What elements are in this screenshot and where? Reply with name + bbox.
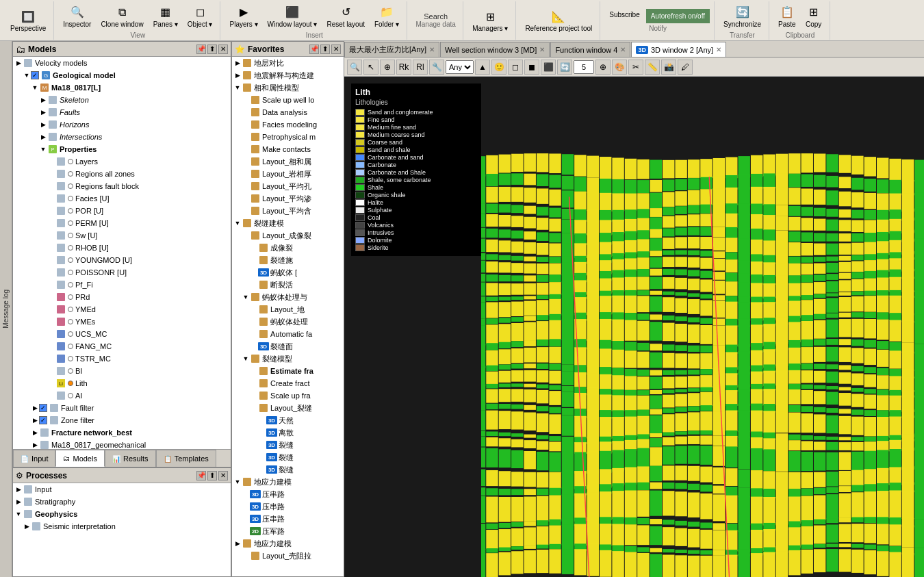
expand-youngmod[interactable] <box>47 256 55 264</box>
fav-expand-fav5-2[interactable] <box>250 318 258 326</box>
tree-item-horizons[interactable]: ▶Horizons <box>13 118 231 131</box>
tree-item-prd[interactable]: PRd <box>13 291 231 303</box>
expand-horizons[interactable]: ▶ <box>39 120 47 129</box>
fav-expand-fav6-2[interactable] <box>250 379 258 387</box>
expand-properties[interactable]: ▼ <box>39 145 47 153</box>
expand-tstr-mc[interactable] <box>47 355 55 363</box>
fav-expand-fav3-5[interactable] <box>242 145 250 153</box>
fav-expand-fav8-4[interactable] <box>242 527 250 535</box>
tree-item-seismic-interp[interactable]: ▶Seismic interpretation <box>13 520 231 533</box>
fav-item-fav8-3[interactable]: 3D压串路 <box>232 513 344 525</box>
fav-item-fav3-5[interactable]: Make contacts <box>232 143 344 155</box>
expand-seismic-interp[interactable]: ▶ <box>23 522 31 530</box>
expand-input[interactable]: ▶ <box>14 485 23 493</box>
expand-fault-filter[interactable]: ▶ <box>31 404 39 412</box>
fav-expand-fav3-6[interactable] <box>242 157 250 166</box>
fav-expand-fav4-3[interactable] <box>250 268 258 277</box>
fav-expand-fav4-2[interactable] <box>250 256 258 264</box>
tree-item-rhob[interactable]: RHOB [U] <box>13 242 231 254</box>
fav-item-fav4-3[interactable]: 3D蚂蚁体 [ <box>232 266 344 279</box>
tree-item-ma18[interactable]: ▼MMa18_0817[L] <box>13 81 231 94</box>
tree-item-lith[interactable]: LiLith <box>13 377 231 389</box>
view-tab-close-function-window[interactable]: ✕ <box>620 46 626 53</box>
ref-project-button[interactable]: 📐 Reference project tool <box>522 6 595 34</box>
tree-item-geophysics[interactable]: ▼Geophysics <box>13 508 231 520</box>
models-close-btn[interactable]: ✕ <box>218 44 228 54</box>
fav-item-fav3-2[interactable]: Data analysis <box>232 106 344 118</box>
view-btn-extra3[interactable]: ✂ <box>628 60 643 75</box>
expand-ymed[interactable] <box>47 305 55 313</box>
fav-expand-fav4-4[interactable] <box>250 281 258 289</box>
view-btn-face[interactable]: 🙂 <box>491 60 506 75</box>
tree-item-pf-fi[interactable]: Pf_Fi <box>13 279 231 291</box>
fav-item-fav8-2[interactable]: 3D压串路 <box>232 500 344 513</box>
view-nav-btn-4[interactable]: Rk <box>396 60 411 75</box>
expand-fracture-network[interactable]: ▶ <box>31 428 39 437</box>
fav-item-fav6-3[interactable]: Scale up fra <box>232 389 344 402</box>
fav-item-fav7-3[interactable]: 3D裂缝 <box>232 439 344 451</box>
fav-expand-fav6-4[interactable] <box>250 404 258 412</box>
fav-item-fav9-1[interactable]: Layout_壳阻拉 <box>232 550 344 562</box>
perspective-button[interactable]: 🔲 Perspective <box>7 6 49 34</box>
fav-expand-fav3-1[interactable] <box>242 96 250 104</box>
expand-ymes[interactable] <box>47 318 55 326</box>
panes-button[interactable]: ▦ Panes ▾ <box>150 2 181 30</box>
fav-item-fav7-4[interactable]: 3D裂缝 <box>232 451 344 463</box>
expand-prd[interactable] <box>47 293 55 301</box>
fav-item-fav4-1-1[interactable]: 成像裂 <box>232 242 344 254</box>
expand-bi[interactable] <box>47 367 55 375</box>
tree-item-layers[interactable]: Layers <box>13 155 231 168</box>
fav-expand-fav4[interactable]: ▼ <box>233 219 242 227</box>
view-nav-btn-6[interactable]: 🔧 <box>429 60 444 75</box>
fav-expand-fav7-2[interactable] <box>258 428 266 437</box>
checkbox-geological[interactable]: ✓ <box>31 71 39 79</box>
tree-item-tstr-mc[interactable]: TSTR_MC <box>13 352 231 365</box>
tree-item-fracture-network[interactable]: ▶Fracture network_best <box>13 426 231 439</box>
expand-lith[interactable] <box>47 379 55 387</box>
expand-fang-mc[interactable] <box>47 342 55 350</box>
view-btn-3d[interactable]: ⬛ <box>541 60 556 75</box>
fav-item-fav5-1[interactable]: Layout_地 <box>232 303 344 316</box>
tree-item-sw[interactable]: Sw [U] <box>13 229 231 242</box>
fav-expand-fav7-5[interactable] <box>258 465 266 474</box>
fav-item-fav7-2[interactable]: 3D离散 <box>232 426 344 439</box>
expand-sw[interactable] <box>47 231 55 240</box>
tree-item-perm[interactable]: PERM [U] <box>13 217 231 229</box>
view-btn-extra5[interactable]: 📸 <box>661 60 676 75</box>
fav-item-fav4-1[interactable]: Layout_成像裂 <box>232 229 344 242</box>
view-btn-extra2[interactable]: 🎨 <box>612 60 627 75</box>
synchronize-button[interactable]: 🔄 Synchronize <box>720 2 765 30</box>
fav-item-fav5-3[interactable]: Automatic fa <box>232 328 344 340</box>
expand-stratigraphy[interactable]: ▶ <box>14 498 23 506</box>
expand-velocity[interactable]: ▶ <box>14 59 23 67</box>
subscribe-button[interactable]: Subscribe <box>606 9 643 23</box>
view-btn-extra1[interactable]: ⊕ <box>595 60 611 75</box>
fav-item-fav3-1[interactable]: Scale up well lo <box>232 94 344 106</box>
view-nav-btn-5[interactable]: Rl <box>413 60 428 75</box>
expand-rhob[interactable] <box>47 244 55 252</box>
managers-button[interactable]: ⊞ Managers ▾ <box>469 6 511 34</box>
fav-item-fav5-4[interactable]: 3D裂缝面 <box>232 340 344 352</box>
fav-item-fav2[interactable]: ▶地震解释与构造建 <box>232 69 344 81</box>
tree-item-properties[interactable]: ▼PProperties <box>13 143 231 155</box>
fav-item-fav9[interactable]: ▶地应力建模 <box>232 537 344 550</box>
fav-expand-fav9[interactable]: ▶ <box>233 539 242 548</box>
fav-item-fav6-4[interactable]: Layout_裂缝 <box>232 402 344 414</box>
fav-item-fav8-4[interactable]: 2D压军路 <box>232 525 344 537</box>
fav-expand-fav8-2[interactable] <box>242 502 250 511</box>
autorefresh-button[interactable]: Autorefresh on/off <box>646 9 710 23</box>
tree-item-regions-fault[interactable]: Regions fault block <box>13 180 231 192</box>
tree-item-stratigraphy[interactable]: ▶Stratigraphy <box>13 496 231 508</box>
fav-expand-fav8[interactable]: ▼ <box>233 478 242 486</box>
tree-item-youngmod[interactable]: YOUNGMOD [U] <box>13 254 231 266</box>
fav-item-fav6-2[interactable]: Create fract <box>232 377 344 389</box>
fav-float-btn[interactable]: ⬆ <box>320 44 330 54</box>
expand-ma18-geo[interactable]: ▶ <box>31 441 39 449</box>
view-tab-3d-window2[interactable]: 3D3D window 2 [Any]✕ <box>631 42 726 57</box>
checkbox-fault-filter[interactable]: ✓ <box>39 404 47 412</box>
folder-button[interactable]: 📁 Folder ▾ <box>371 2 402 30</box>
fav-item-fav7-1[interactable]: 3D天然 <box>232 414 344 426</box>
tree-item-zone-filter[interactable]: ▶✓Zone filter <box>13 414 231 426</box>
fav-expand-fav3-3[interactable] <box>242 120 250 129</box>
fav-item-fav6-1[interactable]: Estimate fra <box>232 365 344 377</box>
